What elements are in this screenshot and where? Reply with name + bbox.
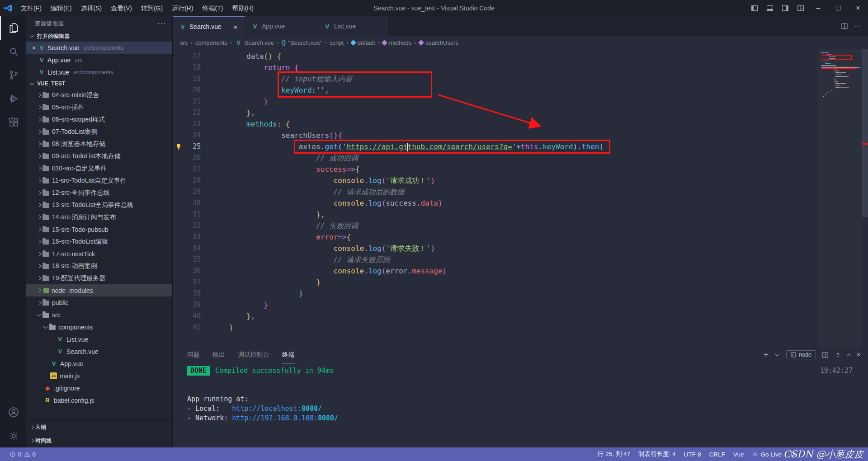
code-line-36[interactable]: 36 console.log(error.message) [173,265,814,277]
more-actions-icon[interactable]: ··· [157,19,166,28]
code-line-17[interactable]: 17 data() { [173,51,814,62]
kill-terminal-icon[interactable] [835,352,841,358]
scrollbar-slider[interactable] [862,49,868,217]
tree-item-babel.config.js[interactable]: Bbabel.config.js [26,394,172,406]
breadcrumb-item[interactable]: script [330,39,344,46]
eol-setting[interactable]: CRLF [705,447,729,461]
tree-item-src[interactable]: src [26,309,172,321]
breadcrumb-item[interactable]: methods [382,39,411,46]
panel-tab-终端[interactable]: 终端 [282,347,295,363]
close-icon[interactable]: × [232,23,239,31]
tree-item-13-src-TodoList全局事件总线[interactable]: 13-src-TodoList全局事件总线 [26,199,172,211]
problems-indicator[interactable]: 0 0 [5,447,40,461]
indentation-setting[interactable]: 制表符长度: 4 [634,447,680,461]
tree-item-04-src-mixin混合[interactable]: 04-src-mixin混合 [26,89,172,101]
menu-文件(F)[interactable]: 文件(F) [16,0,46,16]
breadcrumb-item[interactable]: searchUsers [419,39,458,46]
code-line-21[interactable]: 21 } [173,96,814,107]
code-line-34[interactable]: 34 console.log('请求失败！') [173,243,814,254]
activity-run-debug[interactable] [0,87,26,110]
cursor-position[interactable]: 行 25, 列 47 [594,447,634,461]
tree-item-Search.vue[interactable]: VSearch.vue [26,345,172,358]
outline-section[interactable]: 大纲 [26,420,172,434]
tree-item-06-src-scoped样式[interactable]: 06-src-scoped样式 [26,113,172,126]
open-editor-Search.vue[interactable]: ×VSearch.vuesrc\components [26,42,172,54]
more-actions-icon[interactable]: ··· [854,23,861,30]
tree-item-node_modules[interactable]: node_modules [26,284,172,296]
code-line-23[interactable]: 23 methods: { [173,118,814,130]
breadcrumb-item[interactable]: components [195,39,227,46]
tab-Search.vue[interactable]: VSearch.vue× [173,16,245,36]
open-editor-List.vue[interactable]: VList.vuesrc\components [26,66,172,78]
activity-search[interactable] [0,40,26,63]
settings-gear-icon[interactable] [0,424,26,447]
code-line-30[interactable]: 30 console.log(success.data) [173,198,814,209]
tree-item-components[interactable]: components [26,321,172,333]
tree-item-.gitignore[interactable]: ◆.gitignore [26,382,172,394]
code-line-40[interactable]: 40 }, [173,310,814,322]
breadcrumb-item[interactable]: default [351,39,375,46]
go-live-button[interactable]: Go Live [748,447,786,461]
tree-item-18-src-动画案例[interactable]: 18-src-动画案例 [26,260,172,272]
breadcrumb-item[interactable]: src [180,39,188,46]
project-header[interactable]: VUE_TEST [26,78,172,89]
code-line-18[interactable]: 18 return { [173,62,814,73]
code-line-20[interactable]: 20 keyWord:'', [173,85,814,96]
code-line-31[interactable]: 31 }, [173,209,814,220]
code-line-33[interactable]: 33 error=>{ [173,231,814,243]
toggle-secondary-sidebar-icon[interactable] [778,0,793,16]
maximize-panel-icon[interactable] [847,353,851,358]
code-line-28[interactable]: 28 console.log('请求成功！') [173,175,814,186]
new-terminal-icon[interactable]: + [764,350,768,359]
menu-选择(S)[interactable]: 选择(S) [76,0,107,16]
tree-item-19-配置代理服务器[interactable]: 19-配置代理服务器 [26,272,172,284]
toggle-panel-icon[interactable] [762,0,778,16]
tree-item-main.js[interactable]: JSmain.js [26,370,172,382]
code-line-41[interactable]: 41 } [173,322,814,333]
code-line-38[interactable]: 38 ) [173,288,814,299]
breadcrumb-item[interactable]: {}"Search.vue" [282,39,322,46]
tree-item-08-浏览器本地存储[interactable]: 08-浏览器本地存储 [26,138,172,150]
lightbulb-icon[interactable] [173,141,184,152]
encoding-setting[interactable]: UTF-8 [679,447,705,461]
tree-item-List.vue[interactable]: VList.vue [26,333,172,345]
chevron-down-icon[interactable] [775,352,779,357]
toggle-sidebar-icon[interactable] [747,0,762,16]
tree-item-14-src-消息订阅与发布[interactable]: 14-src-消息订阅与发布 [26,211,172,223]
menu-终端(T)[interactable]: 终端(T) [198,0,228,16]
menu-查看(V)[interactable]: 查看(V) [106,0,137,16]
menu-帮助(H)[interactable]: 帮助(H) [227,0,258,16]
code-line-29[interactable]: 29 // 请求成功后的数据 [173,186,814,198]
tree-item-09-src-TodoList本地存储[interactable]: 09-src-TodoList本地存储 [26,150,172,162]
tree-item-15-src-Todo-pubsub[interactable]: 15-src-Todo-pubsub [26,223,172,235]
tab-App.vue[interactable]: VApp.vue [245,16,317,36]
menu-转到(G)[interactable]: 转到(G) [137,0,167,16]
tree-item-010-src-自定义事件[interactable]: 010-src-自定义事件 [26,162,172,174]
minimize-button[interactable]: – [808,0,828,16]
terminal-output[interactable]: DONE Compiled successfully in 94ms 19:42… [173,363,868,447]
code-line-22[interactable]: 22 }, [173,107,814,118]
code-line-27[interactable]: 27 success=>{ [173,164,814,175]
open-editors-header[interactable]: 打开的编辑器 [26,31,172,42]
tab-List.vue[interactable]: VList.vue [317,16,390,36]
split-terminal-icon[interactable] [822,352,829,358]
code-line-39[interactable]: 39 } [173,299,814,310]
tree-item-11-src-TodoList自定义事件[interactable]: 11-src-TodoList自定义事件 [26,174,172,187]
code-line-37[interactable]: 37 } [173,277,814,288]
panel-tab-问题[interactable]: 问题 [187,347,200,363]
local-url-link[interactable]: http://localhost:8080/ [232,404,322,414]
menu-编辑(E)[interactable]: 编辑(E) [46,0,76,16]
code-line-19[interactable]: 19 // input框输入内容 [173,73,814,85]
network-url-link[interactable]: http://192.168.0.108:8080/ [232,414,338,423]
tree-item-17-src-nextTick[interactable]: 17-src-nextTick [26,248,172,260]
panel-tab-调试控制台[interactable]: 调试控制台 [238,347,269,363]
activity-source-control[interactable] [0,63,26,87]
panel-tab-输出[interactable]: 输出 [212,347,225,363]
menu-运行(R)[interactable]: 运行(R) [167,0,198,16]
close-button[interactable]: × [848,0,868,16]
code-editor[interactable]: 17 data() {18 return {19 // input框输入内容20… [173,49,868,346]
editor-scrollbar[interactable] [862,49,868,346]
close-icon[interactable]: × [30,44,38,52]
tree-item-16-src-TodoList编辑[interactable]: 16-src-TodoList编辑 [26,235,172,248]
activity-explorer[interactable] [0,16,26,40]
